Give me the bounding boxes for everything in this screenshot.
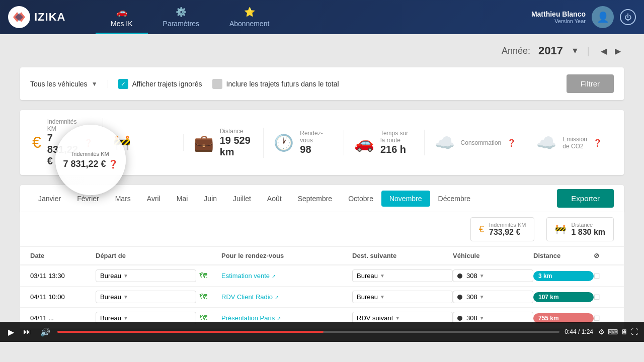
car-dot-icon	[457, 274, 462, 279]
stat-temps-text: Temps sur la route 216 h	[380, 130, 414, 155]
volume-button[interactable]: 🔊	[38, 327, 52, 337]
row2-dest-select[interactable]: Bureau ▼	[352, 291, 453, 303]
vehicle-select[interactable]: Tous les véhicules ▼	[30, 80, 108, 88]
month-tab-octobre[interactable]: Octobre	[340, 191, 381, 207]
delete-icon[interactable]: ☐	[594, 293, 614, 301]
gear-icon: ⚙️	[176, 7, 187, 18]
chevron-down-icon: ▼	[479, 294, 485, 300]
clock-icon: 🕐	[274, 133, 294, 152]
month-tab-decembre[interactable]: Décembre	[430, 191, 479, 207]
stat-distance-label: Distance	[220, 128, 254, 135]
include-future-checkbox[interactable]: Inclure les trajets futurs dans le total	[212, 79, 339, 89]
row2-vehicule-select[interactable]: 308 ▼	[453, 291, 533, 303]
month-tab-juillet[interactable]: Juillet	[225, 191, 259, 207]
month-tab-mai[interactable]: Mai	[169, 191, 196, 207]
filter-button[interactable]: Filtrer	[567, 74, 614, 93]
month-tab-septembre[interactable]: Septembre	[290, 191, 340, 207]
stat-temps-label: Temps sur la route	[380, 130, 414, 144]
power-button[interactable]: ⏻	[620, 9, 636, 25]
chevron-down-icon: ▼	[479, 273, 485, 279]
chevron-down-icon: ▼	[395, 315, 400, 321]
year-divider: |	[587, 45, 590, 57]
month-tab-novembre[interactable]: Novembre	[381, 191, 430, 207]
logo-text: IZIKA	[34, 11, 65, 24]
month-tab-janvier[interactable]: Janvier	[30, 191, 69, 207]
chevron-down-icon: ▼	[123, 273, 128, 279]
table-header: Date Départ de Pour le rendez-vous Dest.…	[20, 247, 624, 265]
map-icon[interactable]: 🗺	[199, 272, 221, 281]
map-icon[interactable]: 🗺	[199, 314, 221, 323]
summary-distance: 🚧 Distance 1 830 km	[546, 217, 614, 241]
vehicle-select-label: Tous les véhicules	[30, 80, 88, 88]
row1-dest-select[interactable]: Bureau ▼	[352, 269, 453, 282]
row2-depart-select[interactable]: Bureau ▼	[96, 291, 196, 303]
row2-depart-value: Bureau	[100, 293, 121, 301]
progress-bar[interactable]	[57, 331, 559, 333]
cloud-icon: ☁️	[435, 133, 455, 152]
nav-tabs: 🚗 Mes IK ⚙️ Paramètres ⭐ Abonnement	[96, 0, 284, 34]
help-icon-co2[interactable]: ❓	[593, 139, 602, 147]
nav-tab-parametres-label: Paramètres	[163, 20, 199, 28]
fullscreen-icon[interactable]: ⛶	[631, 328, 638, 336]
stat-rdv-text: Rendez-vous 98	[300, 130, 334, 155]
row1-depart-select[interactable]: Bureau ▼	[96, 269, 196, 282]
row3-rdv-link[interactable]: Présentation Paris ↗	[221, 314, 352, 322]
stat-distance-value: 19 529 km	[220, 135, 254, 158]
month-tab-mars[interactable]: Mars	[107, 191, 139, 207]
nav-tab-parametres[interactable]: ⚙️ Paramètres	[148, 0, 214, 34]
table-row: 04/11 10:00 Bureau ▼ 🗺 RDV Client Radio …	[20, 287, 624, 308]
export-button[interactable]: Exporter	[557, 189, 614, 208]
col-rdv: Pour le rendez-vous	[221, 252, 352, 259]
car-dot-icon	[457, 316, 462, 321]
row2-vehicule-value: 308	[466, 293, 477, 301]
screen-icon[interactable]: 🖥	[621, 328, 628, 336]
month-tab-avril[interactable]: Avril	[139, 191, 169, 207]
year-prev-button[interactable]: ◀	[598, 45, 610, 57]
skip-button[interactable]: ⏭	[21, 327, 33, 336]
delete-icon[interactable]: ☐	[594, 272, 614, 280]
row1-depart-value: Bureau	[100, 272, 121, 280]
map-icon[interactable]: 🗺	[199, 293, 221, 302]
summary-indemnites-label: Indemnités KM	[489, 222, 526, 228]
row1-vehicule-value: 308	[466, 272, 477, 280]
magnifier-value: 7 831,22 € ❓	[63, 159, 118, 169]
play-button[interactable]: ▶	[6, 327, 16, 337]
summary-euro-icon: €	[479, 224, 484, 235]
nav-tab-mes-ik[interactable]: 🚗 Mes IK	[96, 0, 148, 34]
help-icon-conso[interactable]: ❓	[507, 139, 516, 147]
magnifier-label: Indemnités KM	[72, 151, 109, 157]
checkbox-unchecked-icon	[212, 79, 222, 89]
stat-co2: ☁️ Emission de CO2 ❓	[526, 133, 612, 152]
delete-icon[interactable]: ☐	[594, 314, 614, 322]
row1-date: 03/11 13:30	[30, 272, 96, 280]
year-dropdown[interactable]: ▼	[571, 46, 579, 55]
row1-vehicule-select[interactable]: 308 ▼	[453, 269, 533, 282]
row3-depart-value: Bureau	[100, 314, 121, 322]
row2-dest-value: Bureau	[357, 293, 378, 301]
logo-icon	[8, 6, 30, 28]
video-controls: ▶ ⏭ 🔊 0:44 / 1:24 ⚙ ⌨ 🖥 ⛶	[0, 322, 644, 342]
include-future-label: Inclure les trajets futurs dans le total	[226, 80, 339, 88]
col-distance: Distance	[533, 252, 594, 259]
time-display: 0:44 / 1:24	[565, 328, 593, 335]
external-link-icon: ↗	[277, 316, 281, 321]
nav-tab-abonnement[interactable]: ⭐ Abonnement	[214, 0, 284, 34]
month-tab-juin[interactable]: Juin	[196, 191, 225, 207]
keyboard-icon[interactable]: ⌨	[608, 328, 618, 336]
show-ignored-label: Afficher trajets ignorés	[132, 80, 202, 88]
summary-bar: € Indemnités KM 733,92 € 🚧 Distance 1 83…	[20, 212, 624, 247]
magnifier-help-icon[interactable]: ❓	[108, 159, 118, 169]
row2-date: 04/11 10:00	[30, 293, 96, 301]
months-bar: Janvier Février Mars Avril Mai Juin Juil…	[20, 185, 624, 212]
stat-conso-text: Consommation	[461, 139, 502, 146]
year-next-button[interactable]: ▶	[612, 45, 624, 57]
briefcase-icon: 💼	[194, 133, 214, 152]
settings-icon[interactable]: ⚙	[598, 328, 605, 336]
car-green-icon: 🚗	[354, 133, 374, 152]
show-ignored-checkbox[interactable]: ✓ Afficher trajets ignorés	[118, 79, 202, 89]
month-tab-aout[interactable]: Août	[259, 191, 290, 207]
row1-rdv-link[interactable]: Estimation vente ↗	[221, 272, 352, 280]
col-date: Date	[30, 252, 96, 259]
table-row: 03/11 13:30 Bureau ▼ 🗺 Estimation vente …	[20, 265, 624, 287]
row2-rdv-link[interactable]: RDV Client Radio ↗	[221, 293, 352, 301]
